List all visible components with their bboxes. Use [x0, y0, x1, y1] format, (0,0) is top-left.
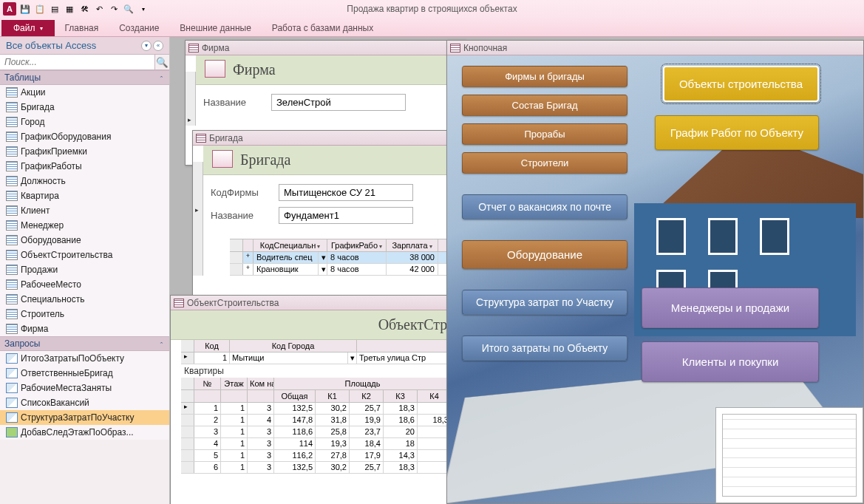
nav-table-ОбъектСтроительства[interactable]: ОбъектСтроительства [0, 248, 169, 262]
col-k3[interactable]: К3 [384, 390, 418, 402]
nav-query-ИтогоЗатратыПоОбъекту[interactable]: ИтогоЗатратыПоОбъекту [0, 351, 169, 366]
row-selector[interactable] [181, 462, 194, 473]
nav-table-Клиент[interactable]: Клиент [0, 203, 169, 218]
col-grafik[interactable]: ГрафикРабо▾ [327, 239, 387, 251]
nav-table-Город[interactable]: Город [0, 115, 169, 129]
nav-query-РабочиеМестаЗаняты[interactable]: РабочиеМестаЗаняты [0, 381, 169, 395]
cell-gorod[interactable]: Мытищи [230, 353, 348, 364]
btn-sostav-brigad[interactable]: Состав Бригад [462, 95, 627, 116]
search-icon[interactable]: 🔍 [154, 55, 169, 69]
brigada-kodfirmy-input[interactable] [279, 184, 413, 201]
row-selector[interactable] [181, 403, 194, 414]
subwindow-brigada-titlebar[interactable]: Бригада [193, 131, 465, 146]
nav-query-СписокВакансий[interactable]: СписокВакансий [0, 395, 169, 410]
nav-query-ОтветственныеБригад[interactable]: ОтветственныеБригад [0, 366, 169, 381]
col-komnat[interactable]: Ком нат [248, 378, 274, 389]
nav-table-ГрафикПриемки[interactable]: ГрафикПриемки [0, 144, 169, 159]
row-selector[interactable] [230, 264, 243, 275]
nav-table-Менеджер[interactable]: Менеджер [0, 218, 169, 233]
row-selector[interactable] [230, 252, 243, 263]
redo-icon[interactable]: ↷ [108, 3, 120, 15]
expand-icon[interactable]: + [243, 264, 254, 275]
grid-corner[interactable] [230, 239, 243, 251]
qat-dropdown-icon[interactable]: ▾ [137, 3, 149, 15]
grid-row[interactable]: + Водитель спец ▾ 8 часов 38 000 [230, 252, 465, 264]
nav-table-Строитель[interactable]: Строитель [0, 307, 169, 321]
col-spec[interactable]: КодСпециальн▾ [254, 239, 327, 251]
nav-table-Квартира[interactable]: Квартира [0, 188, 169, 203]
nav-table-Фирма[interactable]: Фирма [0, 321, 169, 336]
record-selector[interactable] [193, 162, 203, 276]
nav-table-Должность[interactable]: Должность [0, 174, 169, 188]
grid-corner[interactable] [181, 378, 194, 389]
btn-proraby[interactable]: Прорабы [462, 123, 627, 145]
save-icon[interactable]: 💾 [19, 3, 31, 15]
row-selector[interactable] [181, 450, 194, 461]
col-n[interactable]: № [194, 378, 221, 389]
tab-create[interactable]: Создание [109, 20, 169, 36]
nav-table-Акции[interactable]: Акции [0, 85, 169, 100]
subwindow-firma-titlebar[interactable]: Фирма [186, 41, 465, 55]
btn-itogo-zatraty[interactable]: Итого затраты по Объекту [462, 336, 627, 361]
col-etazh[interactable]: Этаж [221, 378, 248, 389]
find-icon[interactable]: 🔍 [123, 3, 135, 15]
btn-oborudovanie[interactable]: Оборудование [462, 240, 627, 269]
search-input[interactable] [0, 55, 154, 69]
cell-kod[interactable]: 1 [194, 353, 230, 364]
btn-grafik-rabot[interactable]: График Работ по Объекту [655, 115, 819, 150]
btn-obyekty-stroitelstva[interactable]: Объекты строительства [663, 66, 819, 102]
nav-table-Бригада[interactable]: Бригада [0, 100, 169, 115]
record-selector[interactable] [186, 72, 196, 126]
nav-table-ГрафикРаботы[interactable]: ГрафикРаботы [0, 159, 169, 174]
filter-dropdown-icon[interactable]: ▾ [379, 243, 382, 250]
col-ploshad[interactable]: Площадь [274, 378, 452, 389]
tab-external[interactable]: Внешние данные [169, 20, 262, 36]
nav-table-Продажи[interactable]: Продажи [0, 262, 169, 277]
grid-corner[interactable] [181, 340, 194, 352]
query-icon[interactable]: ▦ [64, 3, 75, 15]
nav-collapse-icon[interactable]: « [153, 41, 163, 51]
col-k2[interactable]: К2 [350, 390, 384, 402]
col-kod[interactable]: Код [194, 340, 230, 352]
nav-table-РабочееМесто[interactable]: РабочееМесто [0, 277, 169, 292]
btn-klienty-pokupki[interactable]: Клиенты и покупки [642, 341, 819, 382]
subwindow-switchboard-titlebar[interactable]: Кнопочная [447, 41, 863, 55]
row-selector[interactable] [181, 426, 194, 437]
btn-struktura-zatrat[interactable]: Структура затрат по Участку [462, 290, 627, 315]
tab-dbtools[interactable]: Работа с базами данных [262, 20, 384, 36]
nav-group-tables[interactable]: Таблицы [0, 70, 169, 85]
firma-name-input[interactable] [271, 94, 406, 111]
row-selector[interactable] [181, 353, 194, 364]
btn-otchet-vakansii[interactable]: Отчет о вакансиях по почте [462, 194, 627, 219]
nav-header[interactable]: Все объекты Access ▾ « [0, 37, 169, 55]
file-tab[interactable]: Файл [1, 20, 55, 36]
row-selector[interactable] [181, 415, 194, 426]
btn-stroiteli[interactable]: Строители [462, 152, 627, 174]
paste-icon[interactable]: 📋 [34, 3, 46, 15]
dropdown-icon[interactable]: ▾ [319, 252, 327, 263]
col-zarplata[interactable]: Зарплата▾ [387, 239, 438, 251]
filter-dropdown-icon[interactable]: ▾ [429, 243, 432, 250]
tab-home[interactable]: Главная [55, 20, 109, 36]
nav-table-Оборудование[interactable]: Оборудование [0, 233, 169, 248]
design-icon[interactable]: 🛠 [78, 3, 90, 15]
grid-row[interactable]: + Крановщик ▾ 8 часов 42 000 [230, 264, 465, 276]
undo-icon[interactable]: ↶ [93, 3, 105, 15]
brigada-name-input[interactable] [279, 207, 413, 224]
dropdown-icon[interactable]: ▾ [319, 264, 327, 275]
btn-menedzhery-prodazhi[interactable]: Менеджеры и продажи [642, 287, 819, 328]
nav-query-ДобавСледЭтажПоОбраз...[interactable]: ДобавСледЭтажПоОбраз... [0, 425, 169, 440]
col-kodgoroda[interactable]: Код Города [230, 340, 357, 352]
brigada-grid[interactable]: КодСпециальн▾ ГрафикРабо▾ Зарплата▾ + Во… [230, 239, 465, 276]
form-icon[interactable]: ▤ [49, 3, 61, 15]
filter-dropdown-icon[interactable]: ▾ [317, 243, 320, 250]
btn-firmy-brigady[interactable]: Фирмы и бригады [462, 66, 627, 87]
row-selector[interactable] [181, 438, 194, 449]
dropdown-icon[interactable]: ▾ [348, 353, 357, 364]
col-obshaya[interactable]: Общая [274, 390, 316, 402]
col-k1[interactable]: К1 [316, 390, 350, 402]
nav-query-СтруктураЗатратПоУчастку[interactable]: СтруктураЗатратПоУчастку [0, 410, 169, 425]
nav-table-Специальность[interactable]: Специальность [0, 292, 169, 307]
nav-table-ГрафикОборудования[interactable]: ГрафикОборудования [0, 129, 169, 144]
nav-dropdown-icon[interactable]: ▾ [141, 41, 152, 51]
